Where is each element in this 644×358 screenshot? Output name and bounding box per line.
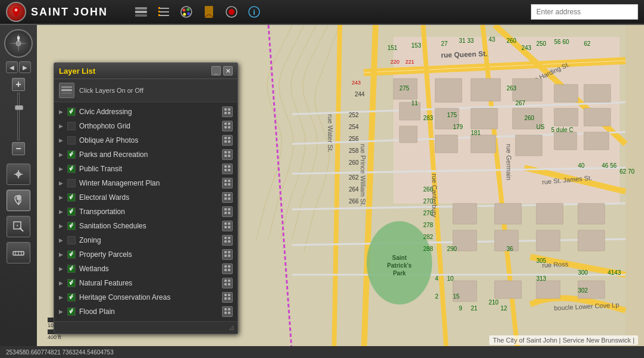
layer-expand-arrow[interactable]: ▶ bbox=[59, 252, 65, 257]
pan-tool-button[interactable] bbox=[7, 164, 30, 185]
layer-options-button[interactable] bbox=[222, 292, 233, 303]
layer-item[interactable]: ▶✓Flood Plain bbox=[54, 304, 237, 319]
layer-checkbox[interactable]: ✓ bbox=[67, 279, 76, 287]
layer-options-button[interactable] bbox=[222, 135, 233, 146]
layer-item[interactable]: ▶✓Property Parcels bbox=[54, 247, 237, 262]
layer-checkbox[interactable] bbox=[67, 236, 76, 244]
layer-item[interactable]: ▶✓Transportation bbox=[54, 205, 237, 219]
svg-text:175: 175 bbox=[447, 112, 457, 118]
zoom-box-button[interactable]: + bbox=[7, 216, 30, 237]
search-input[interactable] bbox=[531, 4, 638, 20]
layer-panel-header[interactable]: Layer List _ ✕ bbox=[54, 63, 237, 79]
layers-tool-button[interactable] bbox=[132, 2, 151, 21]
layer-expand-arrow[interactable]: ▶ bbox=[59, 223, 65, 229]
resize-handle[interactable]: ⊿ bbox=[229, 324, 235, 332]
palette-tool-button[interactable] bbox=[177, 2, 196, 21]
layer-options-button[interactable] bbox=[222, 263, 233, 274]
svg-text:4143: 4143 bbox=[608, 269, 621, 276]
layer-options-button[interactable] bbox=[222, 249, 233, 260]
layer-expand-arrow[interactable]: ▶ bbox=[59, 266, 65, 272]
layer-expand-arrow[interactable]: ▶ bbox=[59, 180, 65, 186]
layer-options-button[interactable] bbox=[222, 306, 233, 317]
list-tool-button[interactable] bbox=[154, 2, 173, 21]
record-tool-button[interactable] bbox=[222, 2, 241, 21]
compass-rose: N bbox=[4, 29, 33, 58]
close-panel-button[interactable]: ✕ bbox=[223, 66, 233, 76]
layer-options-button[interactable] bbox=[222, 235, 233, 246]
layer-checkbox[interactable]: ✓ bbox=[67, 193, 76, 202]
layer-options-button[interactable] bbox=[222, 164, 233, 174]
layer-options-button[interactable] bbox=[222, 192, 233, 203]
search-box[interactable] bbox=[531, 4, 638, 20]
svg-text:rue Water St.: rue Water St. bbox=[327, 114, 334, 152]
layer-expand-arrow[interactable]: ▶ bbox=[59, 137, 65, 143]
svg-rect-75 bbox=[471, 135, 496, 153]
layer-expand-arrow[interactable]: ▶ bbox=[59, 109, 65, 115]
layer-options-button[interactable] bbox=[222, 149, 233, 160]
svg-rect-208 bbox=[228, 283, 230, 285]
layer-checkbox[interactable]: ✓ bbox=[67, 165, 76, 173]
layer-options-button[interactable] bbox=[222, 221, 233, 231]
layer-item[interactable]: ▶✓Natural Features bbox=[54, 276, 237, 290]
layer-options-button[interactable] bbox=[222, 121, 233, 131]
measure-button[interactable] bbox=[7, 242, 30, 263]
svg-rect-175 bbox=[224, 169, 227, 171]
zoom-in-button[interactable]: + bbox=[12, 78, 25, 91]
layer-options-icon bbox=[224, 279, 231, 287]
layer-checkbox[interactable]: ✓ bbox=[67, 307, 76, 316]
layer-checkbox[interactable]: ✓ bbox=[67, 265, 76, 273]
layer-item[interactable]: ▶Orthophoto Grid bbox=[54, 119, 237, 133]
layer-checkbox[interactable]: ✓ bbox=[67, 150, 76, 159]
layer-name-label: Parks and Recreation bbox=[79, 150, 220, 159]
svg-text:221: 221 bbox=[405, 59, 414, 65]
layer-options-icon bbox=[224, 150, 231, 159]
layer-item[interactable]: ▶✓Wetlands bbox=[54, 262, 237, 276]
layer-checkbox[interactable]: ✓ bbox=[67, 108, 76, 116]
svg-rect-210 bbox=[228, 294, 230, 296]
pan-left-button[interactable]: ◀ bbox=[6, 61, 18, 73]
layer-expand-arrow[interactable]: ▶ bbox=[59, 166, 65, 172]
layer-expand-arrow[interactable]: ▶ bbox=[59, 194, 65, 200]
layer-expand-arrow[interactable]: ▶ bbox=[59, 237, 65, 243]
zoom-thumb[interactable] bbox=[15, 105, 23, 110]
svg-rect-211 bbox=[224, 297, 227, 300]
bookmark-tool-button[interactable] bbox=[199, 2, 218, 21]
layer-options-button[interactable] bbox=[222, 206, 233, 217]
layer-expand-arrow[interactable]: ▶ bbox=[59, 294, 65, 300]
layer-item[interactable]: ▶✓Civic Addressing bbox=[54, 105, 237, 119]
layer-item[interactable]: ▶Winter Management Plan bbox=[54, 176, 237, 190]
layer-item[interactable]: ▶✓Electoral Wards bbox=[54, 190, 237, 205]
layer-expand-arrow[interactable]: ▶ bbox=[59, 123, 65, 129]
svg-rect-173 bbox=[224, 165, 227, 168]
svg-text:151: 151 bbox=[387, 45, 398, 51]
layer-expand-arrow[interactable]: ▶ bbox=[59, 209, 65, 215]
layer-checkbox[interactable]: ✓ bbox=[67, 222, 76, 230]
layer-expand-arrow[interactable]: ▶ bbox=[59, 152, 65, 158]
layer-item[interactable]: ▶Oblique Air Photos bbox=[54, 133, 237, 147]
layer-expand-arrow[interactable]: ▶ bbox=[59, 280, 65, 286]
layer-checkbox[interactable] bbox=[67, 122, 76, 130]
layer-checkbox[interactable] bbox=[67, 136, 76, 145]
layer-expand-arrow[interactable]: ▶ bbox=[59, 309, 65, 315]
zoom-out-button[interactable]: − bbox=[12, 142, 25, 155]
layer-checkbox[interactable]: ✓ bbox=[67, 293, 76, 302]
layer-item[interactable]: ▶✓Sanitation Schedules bbox=[54, 219, 237, 233]
layer-item[interactable]: ▶Zoning bbox=[54, 233, 237, 247]
layer-item[interactable]: ▶✓Heritage Conservation Areas bbox=[54, 290, 237, 304]
layer-checkbox[interactable] bbox=[67, 179, 76, 187]
layer-options-button[interactable] bbox=[222, 106, 233, 117]
layer-checkbox[interactable]: ✓ bbox=[67, 208, 76, 216]
svg-rect-170 bbox=[228, 151, 230, 153]
svg-text:300: 300 bbox=[578, 269, 588, 276]
svg-text:43: 43 bbox=[489, 36, 496, 43]
layer-item[interactable]: ▶✓Public Transit bbox=[54, 162, 237, 176]
layer-checkbox[interactable]: ✓ bbox=[67, 250, 76, 259]
layer-item[interactable]: ▶✓Parks and Recreation bbox=[54, 147, 237, 162]
svg-rect-81 bbox=[554, 132, 577, 150]
pan-right-button[interactable]: ▶ bbox=[19, 61, 31, 73]
minimize-panel-button[interactable]: _ bbox=[211, 66, 221, 76]
hand-tool-button[interactable] bbox=[7, 190, 30, 211]
layer-options-button[interactable] bbox=[222, 278, 233, 288]
layer-options-button[interactable] bbox=[222, 178, 233, 189]
info-tool-button[interactable]: i bbox=[245, 2, 264, 21]
